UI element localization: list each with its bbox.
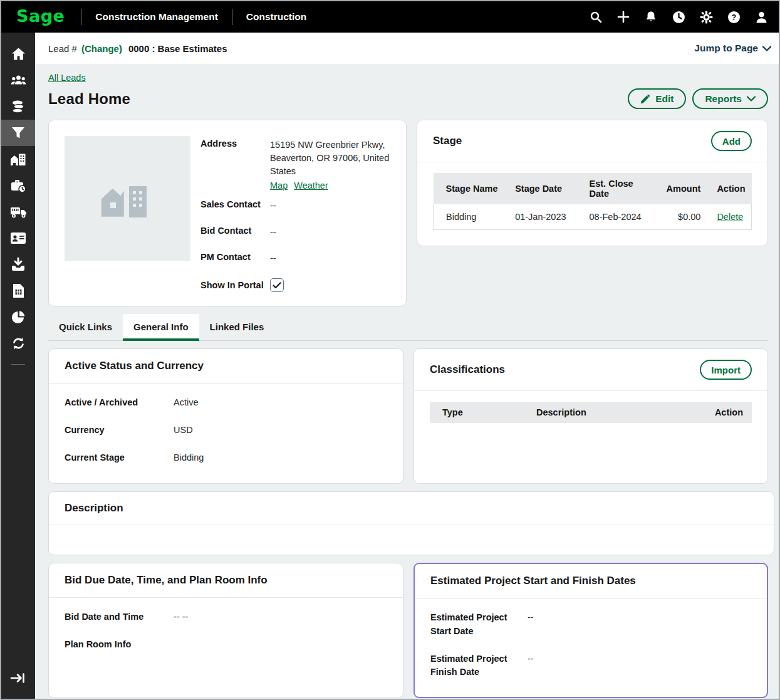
product-name[interactable]: Construction Management [81, 11, 231, 23]
address-value: 15195 NW Greenbrier Pkwy, Beaverton, OR … [270, 138, 390, 178]
currency-value: USD [174, 424, 193, 437]
amount-cell: $0.00 [660, 204, 707, 230]
col-est-close-date: Est. Close Date [583, 173, 660, 204]
col-stage-date: Stage Date [509, 173, 583, 204]
chevron-down-icon [762, 46, 771, 51]
bid-date-time-value: -- -- [174, 610, 188, 624]
edit-button-label: Edit [655, 93, 673, 105]
module-name[interactable]: Construction [232, 11, 320, 23]
stage-card: Stage Add Stage Name Stage Date Est. Clo… [417, 120, 768, 246]
classifications-card: Classifications Import Type Description … [413, 348, 768, 484]
est-start-date-value: -- [528, 611, 534, 639]
sidebar-item-ledger[interactable] [1, 93, 35, 120]
sidebar-item-jobs-time[interactable] [1, 172, 35, 199]
stage-card-title: Stage [433, 135, 462, 147]
active-status-card-title: Active Status and Currency [65, 360, 204, 372]
sidebar-item-contact-card[interactable] [1, 225, 35, 251]
col-amount: Amount [660, 173, 707, 204]
sidebar-item-sync[interactable] [1, 330, 35, 357]
stage-name-cell: Bidding [434, 204, 509, 230]
address-label: Address [200, 138, 270, 191]
topbar-icon-group: ? [589, 10, 779, 24]
bid-info-card-title: Bid Due Date, Time, and Plan Room Info [65, 574, 268, 587]
weather-link[interactable]: Weather [294, 180, 328, 191]
jump-to-page-label: Jump to Page [694, 43, 758, 54]
chevron-down-icon [747, 96, 756, 102]
current-stage-label: Current Stage [65, 451, 174, 465]
reports-button-label: Reports [705, 93, 742, 105]
sage-logo[interactable]: Sage [1, 6, 81, 28]
sidebar-item-home[interactable] [1, 41, 35, 67]
edit-button[interactable]: Edit [628, 88, 686, 109]
bid-date-time-label: Bid Date and Time [65, 610, 174, 624]
currency-label: Currency [65, 424, 174, 437]
add-icon[interactable] [616, 10, 630, 24]
est-finish-date-label: Estimated Project Finish Date [430, 652, 528, 680]
help-icon[interactable]: ? [727, 10, 741, 24]
show-in-portal-checkbox[interactable] [270, 278, 284, 292]
sales-contact-label: Sales Contact [200, 199, 270, 212]
sidebar-item-import-download[interactable] [1, 251, 35, 278]
est-close-date-cell: 08-Feb-2024 [583, 204, 660, 230]
col-description: Description [530, 402, 708, 423]
pm-contact-value: -- [270, 252, 390, 265]
add-button-label: Add [722, 136, 741, 147]
sidebar-item-analytics-pie[interactable] [1, 304, 35, 330]
recent-history-clock-icon[interactable] [672, 10, 685, 24]
pencil-icon [640, 94, 650, 104]
est-start-date-label: Estimated Project Start Date [430, 611, 528, 639]
tab-general-info[interactable]: General Info [123, 314, 199, 341]
sidebar-divider [11, 364, 25, 365]
lead-number-label: Lead # [48, 43, 77, 54]
notifications-bell-icon[interactable] [644, 10, 658, 24]
bid-contact-label: Bid Contact [200, 226, 270, 239]
stage-table: Stage Name Stage Date Est. Close Date Am… [433, 173, 752, 230]
estimated-dates-card: Estimated Project Start and Finish Dates… [413, 563, 768, 698]
jump-to-page-dropdown[interactable]: Jump to Page [694, 43, 771, 54]
breadcrumb: Lead # (Change) 0000 : Base Estimates Ju… [35, 33, 780, 64]
settings-gear-icon[interactable] [699, 10, 713, 24]
main-content: Lead # (Change) 0000 : Base Estimates Ju… [35, 33, 780, 700]
stage-table-row: Bidding 01-Jan-2023 08-Feb-2024 $0.00 De… [434, 204, 752, 230]
import-classifications-button[interactable]: Import [700, 360, 752, 380]
page-title: Lead Home [48, 90, 130, 108]
expand-sidebar-icon[interactable] [1, 665, 35, 691]
svg-text:?: ? [731, 13, 736, 21]
change-lead-link[interactable]: (Change) [81, 43, 122, 54]
description-card: Description [48, 491, 774, 555]
plan-room-info-label: Plan Room Info [65, 638, 174, 652]
add-stage-button[interactable]: Add [711, 131, 752, 151]
sidebar-item-report-document[interactable] [1, 278, 35, 304]
description-card-title: Description [65, 502, 123, 515]
estimated-dates-card-title: Estimated Project Start and Finish Dates [430, 575, 636, 587]
check-icon [273, 282, 281, 289]
col-type: Type [430, 402, 530, 423]
left-sidebar-nav [1, 33, 35, 700]
profile-user-icon[interactable] [754, 10, 768, 24]
pm-contact-label: PM Contact [200, 252, 270, 265]
app-window: Sage Construction Management Constructio… [0, 0, 780, 700]
stage-date-cell: 01-Jan-2023 [509, 204, 583, 230]
classifications-table: Type Description Action [430, 402, 752, 423]
tab-linked-files[interactable]: Linked Files [199, 314, 275, 341]
sidebar-item-leads-funnel[interactable] [1, 120, 35, 146]
col-stage-name: Stage Name [434, 173, 509, 204]
tab-quick-links[interactable]: Quick Links [48, 314, 123, 341]
classifications-card-title: Classifications [430, 363, 505, 376]
buildings-icon [100, 176, 155, 221]
sidebar-item-people[interactable] [1, 67, 35, 93]
sidebar-item-equipment-truck[interactable] [1, 199, 35, 225]
col-class-action: Action [708, 402, 752, 423]
map-link[interactable]: Map [270, 180, 288, 191]
bid-contact-value: -- [270, 226, 390, 239]
show-in-portal-label: Show In Portal [200, 280, 270, 290]
reports-button[interactable]: Reports [692, 88, 768, 109]
search-icon[interactable] [589, 10, 603, 24]
active-status-card: Active Status and Currency Active / Arch… [48, 348, 403, 484]
all-leads-link[interactable]: All Leads [48, 73, 86, 83]
active-archived-label: Active / Archived [65, 396, 174, 410]
delete-stage-link[interactable]: Delete [717, 212, 743, 222]
lead-number-value: 0000 : Base Estimates [128, 43, 227, 54]
est-finish-date-value: -- [528, 652, 534, 680]
sidebar-item-properties[interactable] [1, 146, 35, 172]
